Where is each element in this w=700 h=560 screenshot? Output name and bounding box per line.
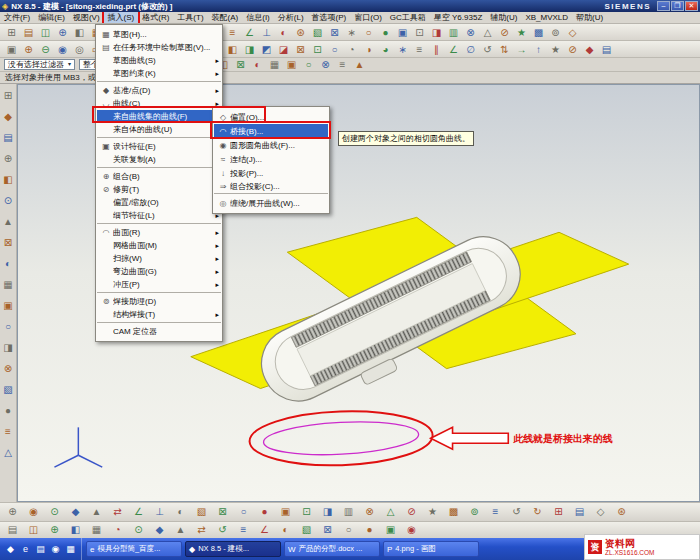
- submenu-item[interactable]: ◉ 圆形圆角曲线(F)...: [214, 138, 328, 152]
- menubar-item[interactable]: XB_MVXLD: [521, 12, 572, 24]
- toolbar-icon[interactable]: ∥: [428, 42, 445, 57]
- toolbar-icon[interactable]: ⊠: [292, 42, 309, 57]
- toolbar-icon[interactable]: ▤: [2, 522, 23, 538]
- toolbar-icon[interactable]: ▩: [530, 25, 547, 40]
- toolbar-icon[interactable]: ⇅: [496, 42, 513, 57]
- close-button[interactable]: ✕: [685, 1, 698, 11]
- submenu-item[interactable]: ≈ 连结(J)...: [214, 152, 328, 166]
- toolbar-icon[interactable]: ◫: [23, 522, 44, 538]
- quick-launch-icon[interactable]: ▦: [64, 542, 77, 556]
- insert-menu-item[interactable]: ⊘ 修剪(T): [97, 183, 221, 196]
- toolbar-icon[interactable]: ◧: [224, 42, 241, 57]
- insert-menu-item[interactable]: CAM 定位器: [97, 325, 221, 338]
- menubar-item[interactable]: 视图(V): [69, 12, 104, 24]
- toolbar-icon[interactable]: ◨: [1, 338, 16, 359]
- menubar-item[interactable]: 首选项(P): [308, 12, 351, 24]
- toolbar-icon[interactable]: ◧: [1, 170, 16, 191]
- toolbar-icon[interactable]: ▩: [443, 504, 464, 520]
- toolbar-icon[interactable]: ◆: [1, 107, 16, 128]
- maximize-button[interactable]: ❐: [671, 1, 684, 11]
- toolbar-icon[interactable]: ▲: [351, 57, 368, 72]
- toolbar-icon[interactable]: ⊠: [326, 25, 343, 40]
- toolbar-icon[interactable]: ◔: [107, 522, 128, 538]
- toolbar-icon[interactable]: ⊞: [548, 504, 569, 520]
- toolbar-icon[interactable]: ◆: [149, 522, 170, 538]
- toolbar-icon[interactable]: ◐: [249, 57, 266, 72]
- menubar-item[interactable]: 插入(S): [104, 12, 139, 24]
- insert-menu-item[interactable]: ▦ 草图(H)...: [97, 28, 221, 41]
- insert-menu-item[interactable]: 来自曲线集的曲线(F): [97, 110, 221, 123]
- insert-menu-item[interactable]: ⊕ 组合(B): [97, 170, 221, 183]
- toolbar-icon[interactable]: △: [380, 504, 401, 520]
- toolbar-icon[interactable]: ★: [513, 25, 530, 40]
- toolbar-icon[interactable]: ●: [254, 504, 275, 520]
- toolbar-icon[interactable]: ∠: [445, 42, 462, 57]
- toolbar-icon[interactable]: ◇: [564, 25, 581, 40]
- toolbar-icon[interactable]: ◧: [65, 522, 86, 538]
- toolbar-icon[interactable]: ⊚: [547, 25, 564, 40]
- toolbar-icon[interactable]: ⊡: [309, 42, 326, 57]
- insert-menu-item[interactable]: 细节特征(L): [97, 209, 221, 224]
- toolbar-icon[interactable]: ⊖: [37, 42, 54, 57]
- toolbar-icon[interactable]: ▧: [309, 25, 326, 40]
- insert-menu-item[interactable]: 结构焊接(T): [97, 308, 221, 323]
- menubar-item[interactable]: 辅助(U): [486, 12, 521, 24]
- toolbar-icon[interactable]: ⊠: [1, 233, 16, 254]
- toolbar-icon[interactable]: ◫: [37, 25, 54, 40]
- toolbar-icon[interactable]: ∠: [254, 522, 275, 538]
- toolbar-icon[interactable]: ▦: [86, 522, 107, 538]
- menubar-item[interactable]: 工具(T): [173, 12, 207, 24]
- toolbar-icon[interactable]: ⊠: [232, 57, 249, 72]
- insert-menu-item[interactable]: 来自体的曲线(U): [97, 123, 221, 138]
- toolbar-icon[interactable]: ▧: [296, 522, 317, 538]
- menubar-item[interactable]: 编辑(E): [34, 12, 69, 24]
- submenu-item[interactable]: ↓ 投影(P)...: [214, 166, 328, 180]
- insert-menu-item[interactable]: 关联复制(A): [97, 153, 221, 168]
- toolbar-icon[interactable]: ◑: [360, 42, 377, 57]
- toolbar-icon[interactable]: ○: [233, 504, 254, 520]
- menubar-item[interactable]: 装配(A): [208, 12, 243, 24]
- toolbar-icon[interactable]: ⊕: [2, 504, 23, 520]
- toolbar-icon[interactable]: △: [479, 25, 496, 40]
- toolbar-icon[interactable]: ○: [326, 42, 343, 57]
- toolbar-icon[interactable]: ●: [359, 522, 380, 538]
- toolbar-icon[interactable]: ◎: [71, 42, 88, 57]
- toolbar-icon[interactable]: ↺: [479, 42, 496, 57]
- toolbar-icon[interactable]: ⊕: [1, 149, 16, 170]
- toolbar-icon[interactable]: △: [1, 443, 16, 464]
- toolbar-icon[interactable]: ▲: [170, 522, 191, 538]
- toolbar-icon[interactable]: ⊞: [3, 25, 20, 40]
- menubar-item[interactable]: 星空 Y6.935Z: [430, 12, 486, 24]
- toolbar-icon[interactable]: ★: [547, 42, 564, 57]
- insert-menu-item[interactable]: ◆ 基准/点(D): [97, 84, 221, 97]
- toolbar-icon[interactable]: ∠: [128, 504, 149, 520]
- toolbar-icon[interactable]: ⊗: [359, 504, 380, 520]
- toolbar-icon[interactable]: ≡: [411, 42, 428, 57]
- insert-menu-item[interactable]: ◡ 曲线(C): [97, 97, 221, 110]
- toolbar-icon[interactable]: ◆: [65, 504, 86, 520]
- submenu-item[interactable]: ◇ 偏置(O)...: [214, 110, 328, 124]
- insert-menu-item[interactable]: ⊚ 焊接助理(D): [97, 295, 221, 308]
- toolbar-icon[interactable]: ▤: [20, 25, 37, 40]
- toolbar-icon[interactable]: ⇄: [191, 522, 212, 538]
- toolbar-icon[interactable]: ⊘: [496, 25, 513, 40]
- toolbar-icon[interactable]: ▧: [191, 504, 212, 520]
- toolbar-icon[interactable]: ⊙: [1, 191, 16, 212]
- toolbar-icon[interactable]: ≡: [1, 422, 16, 443]
- quick-launch-icon[interactable]: ◉: [49, 542, 62, 556]
- toolbar-icon[interactable]: ○: [338, 522, 359, 538]
- toolbar-icon[interactable]: ⊠: [212, 504, 233, 520]
- quick-launch-icon[interactable]: ◆: [4, 542, 17, 556]
- toolbar-icon[interactable]: ⊗: [1, 359, 16, 380]
- toolbar-icon[interactable]: ◨: [317, 504, 338, 520]
- submenu-item[interactable]: ◠ 桥接(B)...: [214, 124, 328, 138]
- submenu-item[interactable]: ⇒ 组合投影(C)...: [214, 180, 328, 194]
- toolbar-icon[interactable]: ▥: [338, 504, 359, 520]
- toolbar-icon[interactable]: ≡: [485, 504, 506, 520]
- toolbar-icon[interactable]: ⊡: [296, 504, 317, 520]
- toolbar-icon[interactable]: ▧: [1, 380, 16, 401]
- toolbar-icon[interactable]: ↑: [530, 42, 547, 57]
- bridge-curve[interactable]: [263, 418, 420, 458]
- toolbar-icon[interactable]: ◇: [590, 504, 611, 520]
- toolbar-icon[interactable]: ○: [300, 57, 317, 72]
